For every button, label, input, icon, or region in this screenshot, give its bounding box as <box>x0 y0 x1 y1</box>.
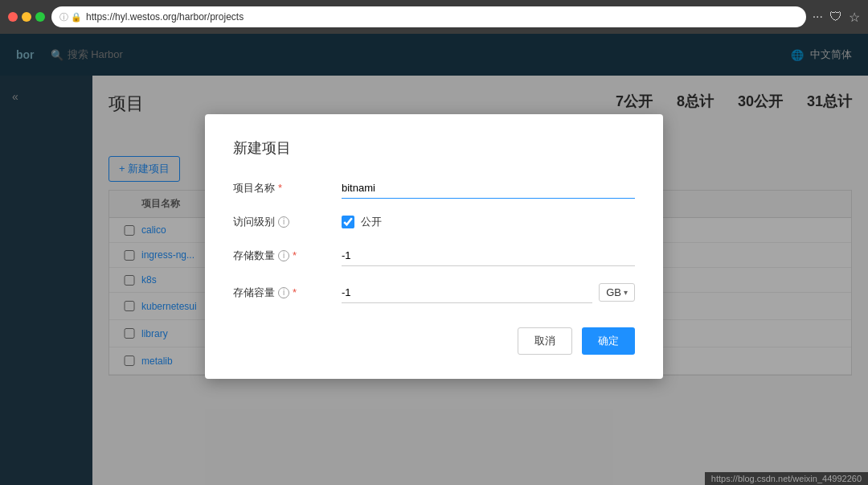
required-star: * <box>278 182 282 194</box>
storage-capacity-info-icon[interactable]: i <box>278 287 289 298</box>
public-checkbox-row: 公开 <box>342 215 382 229</box>
confirm-button[interactable]: 确定 <box>582 327 635 355</box>
storage-count-label: 存储数量 i * <box>233 249 330 263</box>
browser-bar: ⓘ 🔒 https://hyl.westos.org/harbor/projec… <box>0 0 868 34</box>
required-star: * <box>293 249 297 261</box>
access-level-row: 访问级别 i 公开 <box>233 215 635 229</box>
browser-window-controls <box>8 12 45 22</box>
address-bar[interactable]: ⓘ 🔒 https://hyl.westos.org/harbor/projec… <box>51 6 806 27</box>
new-project-modal: 新建项目 项目名称 * 访问级别 i 公开 存储数量 i <box>205 114 663 379</box>
modal-title: 新建项目 <box>233 138 635 158</box>
bookmark-icon[interactable]: ☆ <box>849 10 860 25</box>
max-dot <box>35 12 45 22</box>
project-name-input[interactable] <box>342 178 635 199</box>
browser-toolbar-icons: ··· 🛡 ☆ <box>813 10 860 25</box>
cancel-button[interactable]: 取消 <box>518 327 572 355</box>
unit-label: GB <box>606 286 621 298</box>
storage-count-input[interactable] <box>342 245 635 266</box>
storage-count-row: 存储数量 i * <box>233 245 635 266</box>
url-text: https://hyl.westos.org/harbor/projects <box>86 11 244 23</box>
storage-capacity-label: 存储容量 i * <box>233 286 330 300</box>
storage-capacity-input-group: GB ▾ <box>342 282 635 303</box>
shield-icon[interactable]: 🛡 <box>829 10 842 24</box>
modal-footer: 取消 确定 <box>233 327 635 355</box>
storage-capacity-row: 存储容量 i * GB ▾ <box>233 282 635 303</box>
public-label: 公开 <box>361 215 382 229</box>
required-star: * <box>293 286 297 298</box>
min-dot <box>22 12 31 22</box>
access-info-icon[interactable]: i <box>278 216 289 228</box>
close-dot <box>8 12 18 22</box>
access-level-label: 访问级别 i <box>233 215 330 229</box>
more-button[interactable]: ··· <box>813 10 823 24</box>
storage-count-info-icon[interactable]: i <box>278 250 289 261</box>
storage-capacity-input[interactable] <box>342 282 592 303</box>
public-checkbox[interactable] <box>342 216 354 228</box>
security-icon: ⓘ 🔒 <box>59 11 82 23</box>
unit-dropdown[interactable]: GB ▾ <box>599 283 635 302</box>
project-name-label: 项目名称 * <box>233 181 330 195</box>
app-container: bor 🔍 搜索 Harbor 🌐 中文简体 « 项目 7公开 <box>0 34 868 485</box>
chevron-down-icon: ▾ <box>624 288 628 297</box>
project-name-row: 项目名称 * <box>233 178 635 199</box>
